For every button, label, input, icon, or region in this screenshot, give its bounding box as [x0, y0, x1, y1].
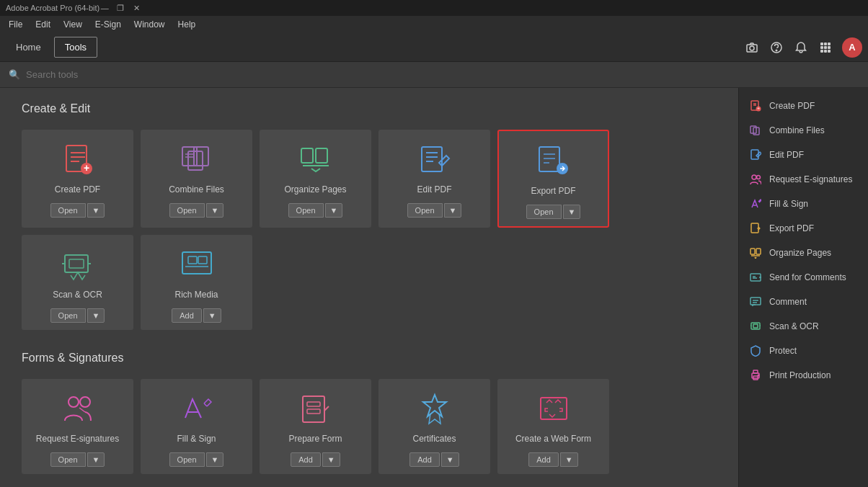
sidebar-item-fill-sign[interactable]: Fill & Sign [739, 192, 868, 216]
svg-text:+: + [757, 106, 760, 111]
create-web-form-add[interactable]: Add [528, 452, 559, 467]
sidebar-print-production-label: Print Production [769, 370, 831, 380]
organize-pages-dropdown[interactable]: ▼ [325, 203, 343, 218]
export-pdf-buttons: Open ▼ [526, 205, 581, 219]
menu-view[interactable]: View [58, 18, 88, 31]
tool-card-organize-pages[interactable]: Organize Pages Open ▼ [260, 130, 371, 228]
sidebar-item-send-for-comments[interactable]: Send for Comments [739, 265, 868, 290]
window-controls[interactable]: — ❐ ✕ [99, 3, 141, 13]
help-icon[interactable] [769, 40, 784, 55]
combine-files-open[interactable]: Open [169, 203, 205, 218]
combine-files-buttons: Open ▼ [169, 203, 224, 218]
request-esignatures-dropdown[interactable]: ▼ [87, 452, 105, 467]
fill-sign-icon [177, 390, 217, 428]
create-pdf-icon: + [58, 141, 98, 179]
section-create-edit: Create & Edit + Create PDF [22, 102, 717, 330]
maximize-button[interactable]: ❐ [115, 3, 125, 13]
menu-file[interactable]: File [3, 18, 28, 31]
menu-edit[interactable]: Edit [30, 18, 56, 31]
sidebar-item-organize-pages[interactable]: Organize Pages [739, 241, 868, 265]
certificates-add[interactable]: Add [409, 452, 440, 467]
prepare-form-dropdown[interactable]: ▼ [322, 452, 340, 467]
organize-pages-label: Organize Pages [284, 184, 346, 195]
nav-home[interactable]: Home [6, 37, 51, 57]
tool-card-rich-media[interactable]: Rich Media Add ▼ [141, 235, 252, 330]
edit-pdf-buttons: Open ▼ [407, 203, 462, 218]
prepare-form-add[interactable]: Add [291, 452, 321, 467]
sidebar-item-protect[interactable]: Protect [739, 339, 868, 363]
create-pdf-open[interactable]: Open [50, 203, 86, 218]
combine-files-icon [177, 141, 217, 179]
certificates-dropdown[interactable]: ▼ [441, 452, 459, 467]
sidebar-edit-pdf-label: Edit PDF [769, 150, 804, 160]
combine-files-dropdown[interactable]: ▼ [206, 203, 224, 218]
tool-card-prepare-form[interactable]: Prepare Form Add ▼ [260, 379, 371, 474]
sidebar-fill-sign-label: Fill & Sign [769, 199, 808, 209]
sidebar-item-request-esignatures[interactable]: Request E-signatures [739, 167, 868, 192]
close-button[interactable]: ✕ [131, 3, 141, 13]
section-heading-forms-signatures: Forms & Signatures [22, 352, 717, 365]
minimize-button[interactable]: — [99, 3, 110, 13]
export-pdf-open[interactable]: Open [526, 205, 562, 219]
nav-tools[interactable]: Tools [54, 37, 97, 58]
sidebar-item-combine-files[interactable]: Combine Files [739, 118, 868, 143]
sidebar-edit-pdf-icon [749, 148, 762, 161]
search-bar: 🔍 [0, 62, 868, 88]
tool-card-create-pdf[interactable]: + Create PDF Open ▼ [22, 130, 133, 228]
create-pdf-label: Create PDF [55, 184, 100, 195]
tool-card-create-web-form[interactable]: Create a Web Form Add ▼ [497, 379, 609, 474]
certificates-buttons: Add ▼ [409, 452, 459, 467]
svg-text:+: + [83, 162, 89, 174]
sidebar-item-edit-pdf[interactable]: Edit PDF [739, 143, 868, 167]
avatar[interactable]: A [842, 37, 862, 58]
menu-esign[interactable]: E-Sign [89, 18, 127, 31]
tool-card-scan-ocr[interactable]: Scan & OCR Open ▼ [22, 235, 133, 330]
menu-window[interactable]: Window [128, 18, 171, 31]
menu-help[interactable]: Help [172, 18, 202, 31]
svg-point-45 [80, 397, 90, 407]
create-pdf-dropdown[interactable]: ▼ [87, 203, 105, 218]
fill-sign-dropdown[interactable]: ▼ [206, 452, 224, 467]
prepare-form-label: Prepare Form [288, 434, 342, 444]
app-title: Adobe Acrobat Pro (64-bit) [6, 4, 99, 12]
scan-ocr-dropdown[interactable]: ▼ [87, 308, 105, 323]
svg-point-62 [757, 176, 761, 179]
create-web-form-dropdown[interactable]: ▼ [560, 452, 578, 467]
tool-card-combine-files[interactable]: Combine Files Open ▼ [141, 130, 252, 228]
scan-ocr-buttons: Open ▼ [50, 308, 105, 323]
svg-rect-10 [820, 50, 823, 53]
sidebar-protect-icon [749, 344, 762, 357]
svg-rect-36 [65, 255, 88, 272]
scan-ocr-open[interactable]: Open [50, 308, 86, 323]
request-esignatures-open[interactable]: Open [50, 452, 86, 467]
sidebar-combine-files-label: Combine Files [769, 125, 825, 135]
edit-pdf-dropdown[interactable]: ▼ [444, 203, 462, 218]
tool-card-certificates[interactable]: Certificates Add ▼ [378, 379, 490, 474]
tool-card-export-pdf[interactable]: Export PDF Open ▼ [497, 130, 609, 228]
rich-media-dropdown[interactable]: ▼ [203, 308, 221, 323]
edit-pdf-open[interactable]: Open [407, 203, 443, 218]
svg-point-44 [68, 397, 79, 407]
grid-icon[interactable] [818, 40, 833, 55]
export-pdf-dropdown[interactable]: ▼ [563, 205, 581, 219]
sidebar-item-export-pdf[interactable]: Export PDF [739, 216, 868, 241]
camera-icon[interactable] [744, 40, 760, 55]
organize-pages-open[interactable]: Open [288, 203, 324, 218]
request-esignatures-buttons: Open ▼ [50, 452, 105, 467]
section-forms-signatures: Forms & Signatures Request E-signatures [22, 352, 717, 474]
svg-rect-5 [824, 43, 827, 45]
fill-sign-open[interactable]: Open [169, 452, 205, 467]
sidebar-item-comment[interactable]: Comment [739, 290, 868, 314]
tool-card-fill-sign[interactable]: Fill & Sign Open ▼ [141, 379, 252, 474]
rich-media-add[interactable]: Add [172, 308, 202, 323]
bell-icon[interactable] [793, 40, 809, 55]
search-input[interactable] [26, 69, 242, 80]
tool-card-request-esignatures[interactable]: Request E-signatures Open ▼ [22, 379, 133, 474]
sidebar-item-create-pdf[interactable]: + Create PDF [739, 94, 868, 118]
sidebar-comment-icon [749, 295, 762, 308]
sidebar-export-pdf-icon [749, 222, 762, 235]
svg-rect-4 [820, 43, 823, 45]
tool-card-edit-pdf[interactable]: Edit PDF Open ▼ [378, 130, 490, 228]
sidebar-item-print-production[interactable]: Print Production [739, 363, 868, 388]
sidebar-item-scan-ocr[interactable]: Scan & OCR [739, 314, 868, 339]
